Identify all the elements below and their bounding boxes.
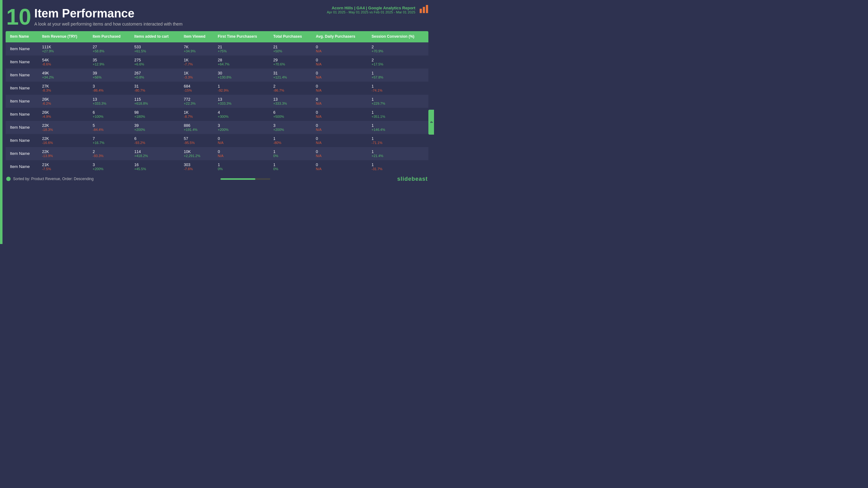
table-cell: 1-71.1% (369, 134, 428, 147)
table-cell: 13+333.3% (215, 95, 270, 108)
table-cell: 39+56% (90, 69, 131, 82)
table-row: Item Name22K-16.6%7+16.7%6-93.2%57-95.5%… (6, 134, 428, 147)
item-name-cell: Item Name (6, 147, 39, 160)
table-cell: 3+200% (270, 121, 313, 134)
brand-logo: slidebeast (397, 176, 428, 182)
table-cell: 6+100% (90, 108, 131, 121)
table-cell: 35+12.9% (90, 56, 131, 69)
table-cell: 0N/A (215, 134, 270, 147)
table-cell: 1+229.7% (369, 95, 428, 108)
green-dot (6, 177, 10, 181)
table-cell: 6+500% (270, 108, 313, 121)
table-cell: 6-93.2% (131, 134, 181, 147)
table-cell: 29+70.6% (270, 56, 313, 69)
table-cell: 275+6.6% (131, 56, 181, 69)
table-cell: 13+333.3% (270, 95, 313, 108)
table-cell: 49K+34.2% (39, 69, 90, 82)
table-cell: 0N/A (313, 69, 369, 82)
table-row: Item Name26K-6.2%13+333.3%115+618.8%772+… (6, 95, 428, 108)
table-cell: 3+200% (215, 121, 270, 134)
table-cell: 7+16.7% (90, 134, 131, 147)
table-cell: 772+22.3% (181, 95, 215, 108)
chart-icon (419, 4, 428, 16)
table-row: Item Name54K-8.6%35+12.9%275+6.6%1K-7.7%… (6, 56, 428, 69)
progress-bar (220, 178, 270, 180)
progress-bar-fill (220, 178, 255, 180)
col-revenue: Item Revenue (TRY) (39, 31, 90, 42)
table-cell: 0N/A (313, 121, 369, 134)
table-cell: 533+61.5% (131, 42, 181, 56)
col-avg-daily: Avg. Daily Purchasers (313, 31, 369, 42)
table-row: Item Name111K+27.9%27+58.8%533+61.5%7K+3… (6, 42, 428, 56)
table-cell: 1+351.1% (369, 108, 428, 121)
table-cell: 3-86.4% (90, 82, 131, 95)
table-cell: 13+333.3% (90, 95, 131, 108)
table-cell: 39+200% (131, 121, 181, 134)
table-cell: 22K-13.9% (39, 147, 90, 160)
table-header: Item Name Item Revenue (TRY) Item Purcha… (6, 31, 428, 42)
performance-table: Item Name Item Revenue (TRY) Item Purcha… (6, 31, 428, 173)
table-cell: 0N/A (313, 134, 369, 147)
table-cell: 27+58.8% (90, 42, 131, 56)
table-cell: 26K-6.2% (39, 95, 90, 108)
table-cell: 2+17.5% (369, 56, 428, 69)
col-total-purch: Total Purchases (270, 31, 313, 42)
table-cell: 7K+34.9% (181, 42, 215, 56)
table-cell: 31+121.4% (270, 69, 313, 82)
col-first-time: First Time Purchasers (215, 31, 270, 42)
table-cell: 98+180% (131, 108, 181, 121)
col-session: Session Conversion (%) (369, 31, 428, 42)
footer: Sorted by: Product Revenue, Order: Desce… (0, 173, 434, 184)
table-cell: 21+75% (215, 42, 270, 56)
col-purchased: Item Purchased (90, 31, 131, 42)
table-row: Item Name49K+34.2%39+56%267+0.8%1K-3.3%3… (6, 69, 428, 82)
sort-label: Sorted by: Product Revenue, Order: Desce… (13, 177, 94, 181)
item-name-cell: Item Name (6, 82, 39, 95)
table-cell: 267+0.8% (131, 69, 181, 82)
page-number: 10 (6, 6, 31, 28)
table-cell: 1+146.4% (369, 121, 428, 134)
table-cell: 114+418.2% (131, 147, 181, 160)
table-cell: 30+130.8% (215, 69, 270, 82)
table-cell: 0N/A (313, 82, 369, 95)
table-cell: 1-92.9% (215, 82, 270, 95)
item-name-cell: Item Name (6, 69, 39, 82)
table-cell: 0N/A (313, 160, 369, 173)
table-cell: 886+191.4% (181, 121, 215, 134)
col-cart: Items added to cart (131, 31, 181, 42)
table-cell: 0N/A (313, 56, 369, 69)
table-row: Item Name22K-13.9%2-93.3%114+418.2%10K+2… (6, 147, 428, 160)
table-cell: 115+618.8% (131, 95, 181, 108)
table-cell: 0N/A (313, 95, 369, 108)
table-cell: 10K+2,291.2% (181, 147, 215, 160)
page-title: Item Performance (34, 7, 182, 20)
table-cell: 1-80% (270, 134, 313, 147)
table-cell: 0N/A (313, 108, 369, 121)
table-cell: 22K-16.6% (39, 134, 90, 147)
header-right: Acorn Hills | GA4 | Google Analytics Rep… (327, 6, 415, 14)
table-cell: 3+200% (90, 160, 131, 173)
table-cell: 1+21.4% (369, 147, 428, 160)
table-cell: 16+45.5% (131, 160, 181, 173)
svg-rect-2 (426, 5, 428, 13)
table-cell: 0N/A (313, 42, 369, 56)
table-cell: 21+50% (270, 42, 313, 56)
left-accent (0, 0, 2, 244)
table-cell: 303-7.6% (181, 160, 215, 173)
item-name-cell: Item Name (6, 134, 39, 147)
table-cell: 31-80.7% (131, 82, 181, 95)
item-name-cell: Item Name (6, 121, 39, 134)
table-container: Item Name Item Revenue (TRY) Item Purcha… (6, 31, 428, 173)
col-item-name: Item Name (6, 31, 39, 42)
header: 10 Item Performance A look at your well … (0, 0, 434, 31)
table-cell: 1-31.7% (369, 160, 428, 173)
table-cell: 27K-8.3% (39, 82, 90, 95)
item-name-cell: Item Name (6, 42, 39, 56)
svg-rect-1 (423, 7, 425, 13)
report-dates: Apr 01 2025 - May 01 2025 vs Feb 01 2025… (327, 10, 415, 14)
table-cell: 111K+27.9% (39, 42, 90, 56)
table-cell: 10% (270, 160, 313, 173)
table-cell: 22K-18.3% (39, 121, 90, 134)
table-row: Item Name27K-8.3%3-86.4%31-80.7%684-15%1… (6, 82, 428, 95)
table-cell: 1K-8.7% (181, 108, 215, 121)
